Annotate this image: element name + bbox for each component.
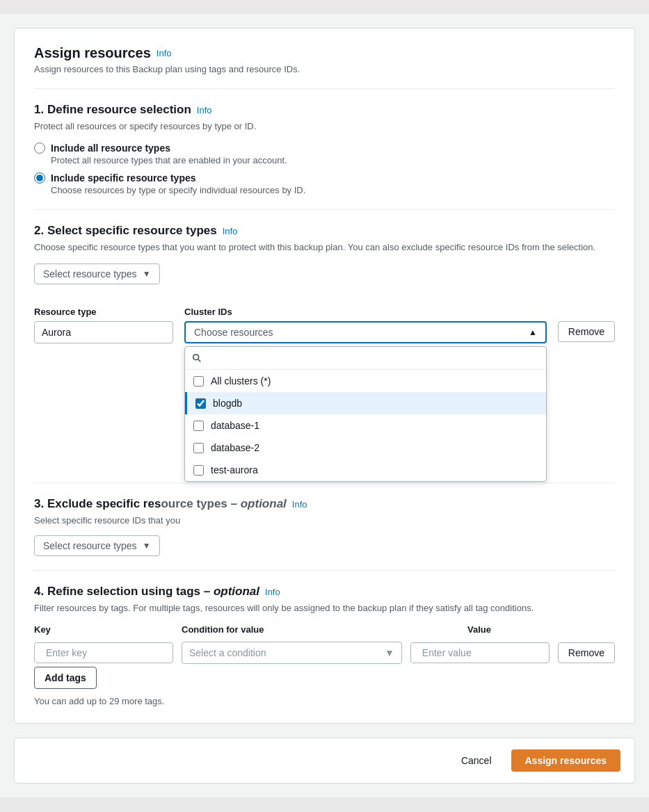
col-value-header: Value (467, 624, 607, 635)
assign-resources-button[interactable]: Assign resources (511, 749, 621, 772)
col-key-header: Key (34, 624, 173, 635)
section4-info-link[interactable]: Info (265, 587, 280, 597)
radio-all-label[interactable]: Include all resource types (34, 143, 615, 154)
radio-all-text: Include all resource types (51, 143, 170, 154)
chevron-down-icon-2: ▼ (143, 541, 151, 551)
select-resource-types-exclude-label: Select resource types (43, 540, 137, 551)
select-resource-types-exclude-dropdown[interactable]: Select resource types ▼ (34, 535, 160, 556)
footer-bar: Cancel Assign resources (14, 738, 635, 783)
col-resource-type-header: Resource type (34, 307, 173, 317)
page-title: Assign resources Info (34, 45, 615, 61)
radio-group: Include all resource types Protect all r… (34, 143, 615, 195)
main-card: Assign resources Info Assign resources t… (14, 28, 635, 724)
value-input-container (410, 642, 550, 663)
tags-note: You can add up to 29 more tags. (34, 696, 615, 706)
section-4-title: 4. Refine selection using tags – optiona… (34, 585, 615, 599)
svg-point-0 (193, 355, 199, 360)
section-2-title: 2. Select specific resource types Info (34, 224, 615, 238)
all-clusters-label: All clusters (*) (211, 375, 271, 387)
condition-dropdown[interactable]: Select a condition ▼ (182, 642, 402, 664)
radio-all[interactable] (34, 143, 45, 154)
section-1-title: 1. Define resource selection Info (34, 103, 615, 117)
condition-placeholder-text: Select a condition (189, 647, 266, 658)
col-cluster-ids-header: Cluster IDs (184, 307, 604, 317)
section-3: 3. Exclude specific resource types – opt… (34, 497, 615, 556)
divider-3 (34, 482, 615, 483)
col-condition-header: Condition for value (182, 624, 459, 635)
divider-1 (34, 88, 615, 89)
remove-button-1[interactable]: Remove (558, 321, 615, 342)
search-icon (192, 353, 202, 363)
section-2-subtitle: Choose specific resource types that you … (34, 242, 615, 252)
checkbox-test-aurora[interactable] (193, 465, 204, 476)
title-info-link[interactable]: Info (157, 48, 172, 58)
select-resource-types-dropdown[interactable]: Select resource types ▼ (34, 263, 160, 284)
select-resource-types-label: Select resource types (43, 268, 137, 279)
dropdown-item-all-clusters[interactable]: All clusters (*) (185, 370, 546, 392)
divider-4 (34, 570, 615, 571)
radio-all-desc: Protect all resource types that are enab… (51, 155, 615, 165)
choose-resources-btn[interactable]: Choose resources ▲ (184, 321, 547, 343)
title-text: Assign resources (34, 45, 151, 61)
section-4: 4. Refine selection using tags – optiona… (34, 585, 615, 706)
resource-type-value: Aurora (34, 321, 173, 343)
add-tags-button[interactable]: Add tags (34, 667, 97, 689)
section-4-subtitle: Filter resources by tags. For multiple t… (34, 603, 615, 613)
dropdown-search-input[interactable] (207, 352, 539, 364)
cluster-dropdown-panel: All clusters (*) blogdb database-1 (184, 346, 547, 482)
radio-specific-text: Include specific resource types (51, 172, 196, 184)
value-input[interactable] (422, 647, 544, 658)
section3-info-link[interactable]: Info (292, 499, 307, 510)
chevron-down-icon-condition: ▼ (385, 647, 394, 658)
radio-specific[interactable] (34, 172, 45, 184)
tags-col-headers: Key Condition for value Value (34, 624, 615, 638)
resource-row: Aurora Choose resources ▲ (34, 321, 615, 343)
divider-2 (34, 209, 615, 210)
section-4-title-text: 4. Refine selection using tags – optiona… (34, 585, 259, 599)
key-input-container (34, 642, 173, 663)
checkbox-blogdb[interactable] (195, 398, 206, 409)
svg-line-1 (198, 359, 201, 362)
resource-table-header: Resource type Cluster IDs (34, 307, 615, 317)
dropdown-item-blogdb[interactable]: blogdb (185, 392, 546, 414)
test-aurora-label: test-aurora (211, 464, 258, 476)
page-container: Assign resources Info Assign resources t… (0, 14, 649, 797)
section-2: 2. Select specific resource types Info C… (34, 224, 615, 343)
database-2-label: database-2 (211, 442, 259, 453)
database-1-label: database-1 (211, 420, 259, 431)
dropdown-search-container (185, 347, 546, 370)
page-subtitle: Assign resources to this Backup plan usi… (34, 64, 615, 74)
dropdown-item-database-2[interactable]: database-2 (185, 437, 546, 459)
section-1-subtitle: Protect all resources or specify resourc… (34, 121, 615, 131)
radio-specific-desc: Choose resources by type or specify indi… (51, 185, 615, 195)
section-3-title-text: 3. Exclude specific resource types – opt… (34, 497, 287, 511)
chevron-down-icon: ▼ (143, 269, 151, 279)
cluster-dropdown: Choose resources ▲ (184, 321, 547, 343)
key-input[interactable] (46, 647, 168, 658)
checkbox-all-clusters[interactable] (193, 376, 204, 387)
checkbox-database-2[interactable] (193, 443, 204, 453)
section2-info-link[interactable]: Info (223, 226, 238, 236)
radio-specific-label[interactable]: Include specific resource types (34, 172, 615, 184)
section-1: 1. Define resource selection Info Protec… (34, 103, 615, 195)
tags-input-row: Select a condition ▼ Remove (34, 642, 615, 664)
choose-resources-label: Choose resources (194, 327, 273, 338)
chevron-up-icon: ▲ (529, 327, 537, 337)
checkbox-database-1[interactable] (193, 421, 204, 431)
remove-button-tag[interactable]: Remove (558, 642, 615, 663)
section-3-title: 3. Exclude specific resource types – opt… (34, 497, 615, 511)
dropdown-item-database-1[interactable]: database-1 (185, 414, 546, 437)
section-3-subtitle: Select specific resource IDs that you (34, 515, 615, 526)
cancel-button[interactable]: Cancel (450, 749, 503, 772)
blogdb-label: blogdb (213, 398, 242, 409)
dropdown-item-test-aurora[interactable]: test-aurora (185, 459, 546, 481)
radio-option-specific: Include specific resource types Choose r… (34, 172, 615, 195)
section1-info-link[interactable]: Info (197, 105, 212, 115)
radio-option-all: Include all resource types Protect all r… (34, 143, 615, 165)
